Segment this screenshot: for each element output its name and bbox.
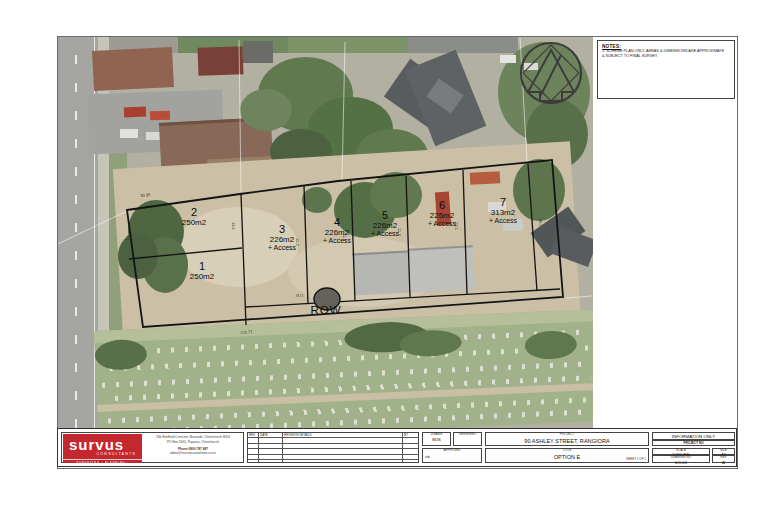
company-address: 16b Sheffield Crescent, Burnside, Christ… (143, 435, 243, 456)
project-value: 90 ASHLEY STREET, RANGIORA (486, 438, 648, 444)
dimension-label: 11.3 (342, 233, 347, 241)
drawn-cell: DRAWN MJS (422, 432, 451, 446)
lot-area: 226m2 (410, 212, 474, 220)
lot-label-1: 1 250m2 (170, 261, 234, 281)
lot-number: 6 (410, 200, 474, 212)
lot-area: 313m2 (471, 209, 535, 217)
revision-empty-row (248, 460, 418, 463)
vegetation (288, 37, 408, 53)
project-no-text: PROJECT NO (653, 441, 734, 446)
title-label: TITLE (486, 449, 648, 453)
project-block: PROJECT 90 ASHLEY STREET, RANGIORA TITLE… (485, 432, 649, 463)
white-car (500, 55, 516, 63)
roof (92, 47, 174, 91)
address-line: PO Box 5505, Papanui, Christchurch (143, 440, 243, 445)
title-block: survus CONSULTANTS SURVEYING · PLANNING … (57, 428, 737, 467)
scheme-plan-sheet: 1 250m2 2 250m2 3 226m2 + Access 4 226m2… (0, 0, 768, 512)
lot-access: + Access (353, 230, 417, 237)
lot-number: 1 (170, 261, 234, 273)
logo-tagline: SURVEYING · PLANNING · ENGINEERING (63, 459, 142, 463)
roof (408, 37, 518, 53)
lot-access: + Access (305, 237, 369, 244)
lot-number: 2 (162, 207, 226, 219)
white-car (524, 63, 538, 70)
lot-label-5: 5 226m2 + Access (353, 210, 417, 237)
lot-number: 7 (471, 197, 535, 209)
survus-logo: survus CONSULTANTS SURVEYING · PLANNING … (63, 434, 142, 463)
dimension-label: 38.1 (538, 218, 544, 226)
title-cell: TITLE OPTION E SHEET 1 OF 1 (485, 448, 649, 463)
lot-access: + Access (410, 220, 474, 227)
project-cell: PROJECT 90 ASHLEY STREET, RANGIORA (485, 432, 649, 446)
status-cell: INFORMATION ONLY (652, 432, 735, 440)
lot-label-6: 6 226m2 + Access (410, 200, 474, 227)
red-truck (124, 106, 146, 117)
scale-cell: SCALE 1:300 (A3) (652, 448, 710, 455)
dimension-label: 120.77 (240, 329, 253, 335)
lot-area: 250m2 (162, 219, 226, 227)
road-centerline (75, 37, 77, 428)
reviewed-cell: REVIEWED (453, 432, 482, 446)
row-label: ROW (298, 304, 354, 316)
project-no-cell: PROJECT NO (652, 440, 735, 446)
logo-brand-text: survus (69, 437, 142, 452)
dimension-label: 11.3 (397, 228, 402, 236)
dimension-label: 11.3 (295, 238, 300, 246)
drawn-value: MJS (423, 437, 450, 442)
lot-label-2: 2 250m2 (162, 207, 226, 227)
revision-table: REV DATE REVISION DETAILS BY A 24/04/18 … (247, 432, 419, 463)
size-cell: SIZE A3 (712, 448, 735, 455)
signoff-block: DRAWN MJS REVIEWED APPROVED sdr (422, 432, 482, 463)
rev-value: A (713, 460, 734, 465)
dimension-label: 9.1 (125, 235, 131, 241)
company-email: admin@survusconsultants.co.nz (143, 451, 243, 456)
dimension-label: 50.1 (296, 292, 304, 298)
cemetery (94, 309, 593, 428)
project-label: PROJECT (486, 433, 648, 437)
title-value: OPTION E (486, 454, 648, 460)
notes-box: NOTES: 1. SCHEME PLAN ONLY, AREAS & DIME… (597, 40, 735, 99)
white-van (120, 129, 138, 138)
company-cell: survus CONSULTANTS SURVEYING · PLANNING … (61, 432, 244, 463)
red-truck (150, 111, 170, 121)
lot-area: 226m2 (353, 222, 417, 230)
tree (118, 233, 158, 279)
sheet-number: SHEET 1 OF 1 (626, 457, 646, 461)
tree (524, 330, 577, 360)
approved-label: APPROVED (423, 449, 481, 453)
reviewed-label: REVIEWED (454, 433, 481, 437)
shed-roof (352, 251, 410, 296)
date-col-header: DATE (259, 433, 283, 437)
details-col-header: REVISION DETAILS (283, 433, 403, 437)
lot-access: + Access (250, 244, 314, 251)
lot-number: 5 (353, 210, 417, 222)
tree (240, 89, 292, 131)
lot-area: 250m2 (170, 273, 234, 281)
approved-value: sdr (425, 455, 481, 459)
rev-cell: REV A (712, 455, 735, 463)
by-col-header: BY (403, 433, 418, 437)
dimension-label: 13.1 (454, 222, 459, 230)
shed-roof (409, 245, 475, 292)
lot-access: + Access (471, 217, 535, 224)
orange-truck (470, 171, 501, 185)
info-block: INFORMATION ONLY PROJECT NO SCALE 1:300 … (652, 432, 735, 463)
drawing-no-cell: DRAWING NO SC-01 (652, 455, 710, 463)
status-text: INFORMATION ONLY (653, 433, 734, 440)
tree (302, 187, 332, 213)
roof (198, 46, 244, 76)
dimension-label: 30.35 (140, 192, 150, 198)
lot-label-7: 7 313m2 + Access (471, 197, 535, 224)
approved-cell: APPROVED sdr (422, 448, 482, 463)
drawing-no-value: SC-01 (653, 460, 709, 465)
rev-col-header: REV (248, 433, 259, 437)
notes-line: & SUBJECT TO FINAL SURVEY. (602, 54, 730, 59)
dimension-label: 14.1 (231, 222, 236, 230)
roof (243, 41, 273, 63)
